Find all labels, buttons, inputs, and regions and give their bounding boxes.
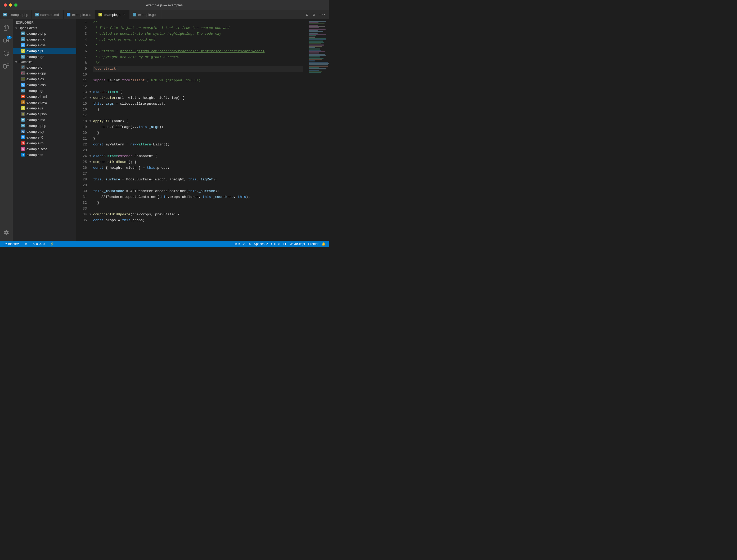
sidebar-item-example-md[interactable]: M example.md xyxy=(13,36,76,42)
md-file-icon: M xyxy=(35,13,39,16)
split-editor-icon[interactable]: ⊡ xyxy=(305,12,309,17)
code-line: } xyxy=(93,136,304,142)
go-icon: G xyxy=(21,55,25,59)
toggle-sidebar-icon[interactable]: ⊟ xyxy=(311,12,316,17)
sidebar-item-example-go[interactable]: G example.go xyxy=(13,54,76,60)
more-actions-icon[interactable]: ··· xyxy=(318,12,327,17)
sidebar-item-example-css2[interactable]: C example.css xyxy=(13,82,76,88)
code-line: import Eslint from 'eslint'; 678.9K (gzi… xyxy=(93,78,304,83)
git-badge: 0 xyxy=(7,36,12,39)
line-ending-indicator[interactable]: LF xyxy=(282,242,288,246)
git-branch[interactable]: ⎇ master* xyxy=(2,242,20,246)
sidebar-item-example-php2[interactable]: P example.php xyxy=(13,123,76,128)
activity-extensions[interactable] xyxy=(0,60,13,72)
activity-settings[interactable] xyxy=(0,226,13,239)
fold-arrow[interactable]: ▼ xyxy=(90,118,91,124)
minimap xyxy=(308,19,329,241)
minimap-canvas xyxy=(308,19,329,241)
filename: example.cpp xyxy=(26,71,46,75)
sidebar-item-example-c[interactable]: C example.c xyxy=(13,64,76,70)
sidebar-item-example-html[interactable]: H example.html xyxy=(13,94,76,99)
sidebar-item-example-md2[interactable]: M example.md xyxy=(13,117,76,123)
sidebar-item-example-php[interactable]: P example.php xyxy=(13,30,76,36)
open-editors-header[interactable]: ▼ Open Editors xyxy=(13,26,76,30)
code-line xyxy=(93,148,304,153)
sync-button[interactable]: ↻ xyxy=(23,242,28,246)
filename: example.rb xyxy=(26,141,43,145)
sidebar-item-example-py[interactable]: Py example.py xyxy=(13,128,76,134)
code-line: ▼ constructor(url, width, height, left, … xyxy=(93,95,304,101)
json-icon: {} xyxy=(21,112,25,116)
code-line xyxy=(93,72,304,78)
tab-example-go[interactable]: G example.go xyxy=(130,10,161,19)
tab-example-md[interactable]: M example.md xyxy=(32,10,64,19)
sidebar-item-example-ts[interactable]: TS example.ts xyxy=(13,152,76,158)
errors-count[interactable]: ✕ 0 ⚠ 0 xyxy=(31,242,46,246)
sidebar-item-example-cs[interactable]: C# example.cs xyxy=(13,76,76,82)
sidebar-item-example-rb[interactable]: Rb example.rb xyxy=(13,140,76,146)
tab-example-js[interactable]: J example.js ✕ xyxy=(95,10,130,19)
examples-label: Examples xyxy=(19,60,33,64)
spaces-indicator[interactable]: Spaces: 2 xyxy=(253,242,269,246)
tab-label: example.js xyxy=(104,13,120,17)
tab-label: example.md xyxy=(40,13,59,17)
code-line: this._args = slice.call(arguments); xyxy=(93,101,304,107)
tab-example-css[interactable]: C example.css xyxy=(64,10,95,19)
html-icon: H xyxy=(21,95,25,98)
sidebar-item-example-json[interactable]: {} example.json xyxy=(13,111,76,117)
examples-header[interactable]: ▼ Examples xyxy=(13,60,76,64)
fold-arrow[interactable]: ▼ xyxy=(90,212,91,217)
code-line xyxy=(93,83,304,89)
sidebar-item-example-css[interactable]: C example.css xyxy=(13,42,76,48)
code-line: const { height, width } = this.props; xyxy=(93,165,304,171)
sidebar-item-example-go2[interactable]: G example.go xyxy=(13,88,76,94)
sidebar-item-example-cpp[interactable]: C+ example.cpp xyxy=(13,70,76,76)
lightning-icon[interactable]: ⚡ xyxy=(49,242,55,246)
activity-debug[interactable] xyxy=(0,47,13,60)
css-file-icon: C xyxy=(67,13,70,16)
filename: example.js xyxy=(26,106,43,110)
cursor-position[interactable]: Ln 9, Col 14 xyxy=(233,242,252,246)
code-line xyxy=(93,171,304,177)
activity-git[interactable]: 0 xyxy=(0,34,13,47)
flash-icon: ⚡ xyxy=(50,242,54,246)
sidebar-item-example-js2[interactable]: J example.js xyxy=(13,105,76,111)
fold-arrow[interactable]: ▼ xyxy=(90,159,91,165)
filename: example.php xyxy=(26,124,46,128)
code-line: this._surface = Mode.Surface(+width, +he… xyxy=(93,177,304,183)
go-icon2: G xyxy=(21,89,25,92)
code-line: ARTRenderer.updateContainer(this.props.c… xyxy=(93,194,304,200)
encoding-indicator[interactable]: UTF-8 xyxy=(270,242,281,246)
fold-arrow[interactable]: ▼ xyxy=(90,153,91,159)
sidebar-section-header: Explorer xyxy=(13,19,76,26)
fold-arrow[interactable]: ▼ xyxy=(90,89,91,95)
branch-icon: ⎇ xyxy=(3,242,7,246)
close-button[interactable] xyxy=(4,3,7,7)
activity-explorer[interactable] xyxy=(0,21,13,34)
chevron-down-icon: ▼ xyxy=(15,61,17,64)
sidebar-item-example-js[interactable]: J example.js xyxy=(13,48,76,54)
tab-label: example.php xyxy=(8,13,28,17)
tabbar: P example.php M example.md C example.css… xyxy=(0,10,329,19)
cpp-icon: C+ xyxy=(21,71,25,75)
sidebar-item-example-r[interactable]: R example.R xyxy=(13,134,76,140)
sidebar-item-example-java[interactable]: J example.java xyxy=(13,99,76,105)
code-content[interactable]: /* * This file is just an example. I too… xyxy=(89,19,308,241)
code-line: /* xyxy=(93,19,304,25)
filename: example.java xyxy=(26,100,47,104)
fold-arrow[interactable]: ▼ xyxy=(90,95,91,101)
tab-example-php[interactable]: P example.php xyxy=(0,10,32,19)
error-icon: ✕ xyxy=(32,242,35,246)
code-line: */ xyxy=(93,60,304,66)
py-icon: Py xyxy=(21,130,25,133)
code-line: const myPattern = new Pattern(Eslint); xyxy=(93,142,304,148)
language-indicator[interactable]: JavaScript xyxy=(289,242,306,246)
formatter-indicator[interactable]: Prettier xyxy=(307,242,320,246)
minimize-button[interactable] xyxy=(9,3,12,7)
c-icon: C xyxy=(21,65,25,69)
filename: example.c xyxy=(26,65,42,69)
maximize-button[interactable] xyxy=(14,3,17,7)
tab-close-button[interactable]: ✕ xyxy=(122,12,126,17)
sidebar-item-example-scss[interactable]: S example.scss xyxy=(13,146,76,152)
notification-bell[interactable]: 🔔 xyxy=(321,242,327,246)
